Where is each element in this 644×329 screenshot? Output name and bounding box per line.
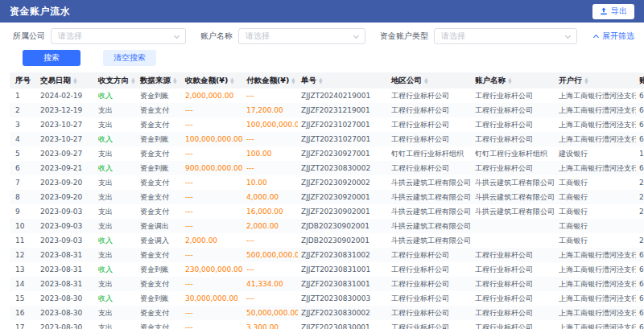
cell-receive-amount: 2,000,000.00 [182, 88, 243, 103]
table-row[interactable]: 122023-08-31支出资金支付---500,000,000.00ZJJZF… [10, 248, 644, 262]
cell-account-no: 62223011 [636, 262, 644, 277]
cell-bank-name: 工商银行 [555, 190, 636, 204]
table-row[interactable]: 112023-09-03收入资金调入2,000.00---ZJDB2023090… [10, 233, 644, 248]
table-row[interactable]: 62023-09-21收入资金到账900,000,000.00---ZJJZT2… [10, 161, 644, 175]
cell-trade-date: 2023-09-27 [37, 146, 95, 161]
filter-select[interactable]: 请选择 [434, 28, 577, 44]
cell-seq: 13 [10, 262, 37, 277]
cell-account-name: 工程行业标杆公司 [472, 320, 555, 329]
cell-direction: 支出 [95, 277, 137, 291]
cell-seq: 5 [10, 146, 37, 161]
column-header-direction[interactable]: 收支方向▲▼ [95, 72, 137, 88]
table-row[interactable]: 72023-09-20支出资金支付---10.00ZJJZF2023092000… [10, 175, 644, 190]
column-header-order-no[interactable]: 单号▲▼ [298, 72, 388, 88]
search-button[interactable]: 搜索 [23, 50, 80, 66]
expand-filters-link[interactable]: 展开筛选 [594, 31, 634, 42]
cell-order-no: ZJJZT20231027001 [298, 132, 388, 146]
table-row[interactable]: 132023-08-31收入资金到账230,000,000.00---ZJJZT… [10, 262, 644, 277]
cell-account-no: 62223011 [636, 103, 644, 117]
cell-account-name: 工程行业标杆公司 [472, 132, 555, 146]
clear-search-button[interactable]: 清空搜索 [103, 50, 156, 66]
sort-icon[interactable]: ▲▼ [230, 77, 234, 84]
table-row[interactable]: 152023-08-30收入资金到账30,000,000.00---ZJJZT2… [10, 291, 644, 306]
column-header-trade-date[interactable]: 交易日期▲▼ [37, 72, 95, 88]
table-row[interactable]: 82023-09-20支出资金支付---4,000.00ZJJZF2023092… [10, 190, 644, 204]
sort-icon[interactable]: ▲▼ [291, 77, 295, 84]
cell-trade-date: 2023-08-31 [37, 277, 95, 291]
cell-direction: 支出 [95, 248, 137, 262]
column-header-account-name[interactable]: 账户名称▲▼ [472, 72, 555, 88]
cell-bank-name: 工商银行 [555, 233, 636, 248]
cell-trade-date: 2023-08-31 [37, 248, 95, 262]
cell-direction: 支出 [95, 103, 137, 117]
filter-field-3: 资金账户类型请选择 [380, 28, 577, 44]
cell-bank-name: 上海工商银行漕河泾支行 [555, 291, 636, 306]
cell-trade-date: 2023-09-03 [37, 204, 95, 219]
filter-select[interactable]: 请选择 [51, 28, 186, 44]
sort-icon[interactable]: ▲▼ [508, 77, 512, 84]
cell-pay-amount: --- [243, 291, 298, 306]
cell-data-source: 资金到账 [137, 291, 182, 306]
sort-icon[interactable]: ▲▼ [584, 77, 588, 84]
fund-account-flow-page: 资金账户流水 导出 所属公司请选择账户名称请选择资金账户类型请选择 展开筛选 搜… [0, 0, 644, 329]
sort-icon[interactable]: ▲▼ [424, 77, 428, 84]
cell-region-company: 斗拱云建筑工程有限公司 [388, 204, 472, 219]
table-row[interactable]: 142023-08-31支出资金支付---41,334.00ZJJZF20230… [10, 277, 644, 291]
cell-region-company: 工程行业标杆公司 [388, 320, 472, 329]
filter-select[interactable]: 请选择 [238, 28, 365, 44]
cell-account-name: 钉钉工程行业标杆组织 [472, 146, 555, 161]
cell-pay-amount: 4,000.00 [243, 190, 298, 204]
cell-account-no [636, 219, 644, 233]
cell-order-no: ZJDB20230902001 [298, 233, 388, 248]
cell-data-source: 资金支付 [137, 103, 182, 117]
cell-pay-amount: 16,000.00 [243, 204, 298, 219]
column-header-pay-amount[interactable]: 付款金额(¥)▲▼ [243, 72, 298, 88]
table-row[interactable]: 172023-08-30支出资金支付---3,300.00ZJJZF202308… [10, 320, 644, 329]
sort-icon[interactable]: ▲▼ [319, 77, 323, 84]
table-row[interactable]: 42023-10-27收入资金到账100,000,000.00---ZJJZT2… [10, 132, 644, 146]
cell-account-no: 62223011 [636, 88, 644, 103]
cell-trade-date: 2023-09-03 [37, 219, 95, 233]
cell-pay-amount: --- [243, 262, 298, 277]
table-row[interactable]: 12024-02-19收入资金到账2,000,000.00---ZJJZT202… [10, 88, 644, 103]
table-row[interactable]: 92023-09-03支出资金支付---16,000.00ZJJZF202309… [10, 204, 644, 219]
table-row[interactable]: 32023-10-27支出资金支付---100,000,000.00ZJJZF2… [10, 117, 644, 132]
sort-icon[interactable]: ▲▼ [173, 77, 177, 84]
column-header-seq: 序号 [10, 72, 37, 88]
column-header-region-company[interactable]: 地区公司▲▼ [388, 72, 472, 88]
cell-bank-name: 上海工商银行漕河泾支行 [555, 306, 636, 320]
cell-account-name: 工程行业标杆公司 [472, 88, 555, 103]
cell-account-no: 62223011 [636, 248, 644, 262]
cell-bank-name: 上海工商银行漕河泾支行 [555, 161, 636, 175]
cell-region-company: 工程行业标杆公司 [388, 88, 472, 103]
column-header-receive-amount[interactable]: 收款金额(¥)▲▼ [182, 72, 243, 88]
column-header-data-source[interactable]: 数据来源▲▼ [137, 72, 182, 88]
sort-icon[interactable]: ▲▼ [131, 77, 135, 84]
cell-bank-name: 上海工商银行漕河泾支行 [555, 132, 636, 146]
cell-receive-amount: --- [182, 277, 243, 291]
cell-account-no: 62223011 [636, 117, 644, 132]
table-header-row: 序号交易日期▲▼收支方向▲▼数据来源▲▼收款金额(¥)▲▼付款金额(¥)▲▼单号… [10, 72, 644, 88]
cell-account-name: 工程行业标杆公司 [472, 277, 555, 291]
table-row[interactable]: 52023-09-27支出资金支付---100.00ZJJZF202309270… [10, 146, 644, 161]
flow-table: 序号交易日期▲▼收支方向▲▼数据来源▲▼收款金额(¥)▲▼付款金额(¥)▲▼单号… [10, 72, 644, 329]
table-row[interactable]: 102023-09-03支出资金调出---2,000.00ZJDB2023090… [10, 219, 644, 233]
cell-region-company: 工程行业标杆公司 [388, 132, 472, 146]
table-row[interactable]: 162023-08-30支出资金支付---50,000,000.00ZJJZF2… [10, 306, 644, 320]
cell-account-name: 斗拱云建筑工程有限公司 [472, 204, 555, 219]
cell-account-no: 62223011 [636, 132, 644, 146]
cell-direction: 支出 [95, 320, 137, 329]
column-header-bank-name[interactable]: 开户行▲▼ [555, 72, 636, 88]
cell-direction: 支出 [95, 306, 137, 320]
cell-region-company: 斗拱云建筑工程有限公司 [388, 219, 472, 233]
column-header-account-no[interactable]: 账号▲▼ [636, 72, 644, 88]
cell-order-no: ZJJZF20230830002 [298, 306, 388, 320]
cell-account-name: 工程行业标杆公司 [472, 248, 555, 262]
table-row[interactable]: 22023-12-19支出资金支付---17,200.00ZJJZF202312… [10, 103, 644, 117]
sort-icon[interactable]: ▲▼ [73, 77, 77, 84]
cell-data-source: 资金支付 [137, 248, 182, 262]
cell-order-no: ZJJZT20240219001 [298, 88, 388, 103]
export-button[interactable]: 导出 [592, 4, 634, 19]
cell-account-no: 23329499 [636, 190, 644, 204]
cell-data-source: 资金调入 [137, 233, 182, 248]
